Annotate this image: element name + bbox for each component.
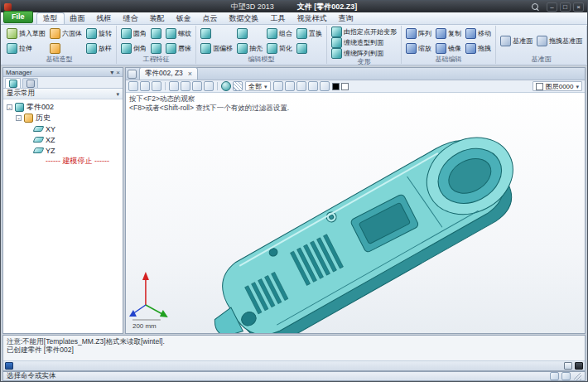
ribbon-tab-9[interactable]: 工具 (265, 13, 292, 24)
simplify-button[interactable]: 简化 (266, 41, 293, 56)
thread-button[interactable]: 螺纹 (165, 27, 192, 41)
pattern-button[interactable]: 阵列 (405, 27, 432, 41)
search-icon[interactable] (531, 2, 540, 12)
display-filter-dropdown[interactable]: 显示常用 (3, 89, 123, 99)
wireframe-display-icon[interactable] (233, 81, 243, 91)
background-icon[interactable] (296, 81, 306, 91)
view-manager-tab[interactable] (22, 78, 38, 88)
zoom-all-icon[interactable] (181, 81, 190, 91)
tree-item-5[interactable]: ------ 建模停止 ------ (3, 156, 123, 167)
trim-button[interactable] (200, 27, 234, 41)
display-mode-icon[interactable] (273, 81, 283, 91)
ribbon-tab-1[interactable]: 造型 (36, 12, 65, 24)
pick-window-icon[interactable] (140, 81, 150, 91)
layer-dropdown[interactable]: 图层0000 (533, 81, 582, 91)
tree-item-4[interactable]: YZ (3, 145, 123, 156)
cylinder-icon (50, 43, 60, 54)
ribbon-tab-7[interactable]: 点云 (197, 13, 224, 24)
color-swatch-0[interactable] (332, 83, 340, 90)
ribbon-tab-2[interactable]: 曲面 (65, 13, 91, 24)
filter-all-dropdown[interactable]: 全部 (245, 81, 271, 91)
revolve-button[interactable]: 旋转 (85, 27, 113, 41)
intersect-icon (296, 43, 307, 54)
minimize-button[interactable] (547, 2, 557, 12)
drag-button[interactable]: 拖拽 (465, 41, 492, 56)
rib-button[interactable] (150, 41, 162, 56)
history-manager-tab[interactable] (5, 78, 21, 88)
viewport[interactable]: 按下<F2>动态的观察 <F8>或者<Shift-roll> 查找下一个有效的过… (126, 93, 585, 333)
status-filter-icon[interactable] (550, 372, 559, 380)
rotate-view-icon[interactable] (204, 81, 214, 91)
ribbon-tab-6[interactable]: 钣金 (171, 13, 197, 24)
hint-line-2: <F8>或者<Shift-roll> 查找下一个有效的过滤器设置. (129, 104, 289, 113)
tree-item-0[interactable]: -零件002 (3, 102, 123, 113)
mirror-button[interactable]: 镜像 (435, 41, 462, 56)
move-button[interactable]: 移动 (465, 27, 492, 41)
document-tab[interactable]: 零件002, Z3 (139, 67, 198, 80)
ribbon-tab-0[interactable]: File (3, 11, 33, 23)
copy-button[interactable]: 复制 (435, 27, 462, 41)
resize-grip[interactable] (574, 373, 581, 380)
tree-item-2[interactable]: XY (3, 123, 123, 134)
plane-icon (32, 126, 44, 132)
ribbon-tab-4[interactable]: 缝合 (118, 13, 144, 24)
tree-item-3[interactable]: XZ (3, 134, 123, 145)
document-area: 零件002, Z3 全部 图层0000 按下<F2>动态的观察 <F8>或者<S… (125, 67, 586, 334)
color-swatch-1[interactable] (341, 83, 349, 90)
intersect-button[interactable] (296, 41, 323, 56)
status-snap-icon[interactable] (561, 372, 571, 380)
shell-button[interactable]: 抽壳 (236, 41, 263, 56)
wrap-to-face-icon (331, 37, 342, 48)
lip-button[interactable]: 唇缘 (165, 41, 192, 56)
chamfer-button[interactable]: 倒角 (120, 41, 147, 56)
pan-icon[interactable] (192, 81, 202, 91)
face-offset-button[interactable]: 面偏移 (200, 41, 234, 56)
deform-point-button[interactable]: 由指定点开始变形 (330, 27, 398, 36)
wrap-array-button[interactable]: 缠绕阵列到面 (330, 48, 398, 58)
rib-icon (151, 43, 161, 54)
pick-icon[interactable] (128, 81, 138, 91)
ribbon-group-label: 基础编辑 (405, 56, 492, 64)
extrude-button[interactable]: 拉伸 (6, 41, 46, 56)
zoom-window-icon[interactable] (169, 81, 179, 91)
box-button[interactable]: 六面体 (49, 27, 83, 41)
document-list-icon[interactable] (128, 70, 137, 79)
ribbon-tab-3[interactable]: 线框 (91, 13, 118, 24)
ribbon-tab-8[interactable]: 数据交换 (224, 13, 265, 24)
tree-expander[interactable]: - (7, 104, 12, 110)
wrap-to-face-button[interactable]: 缠绕造型到面 (330, 37, 398, 47)
pick-chain-icon[interactable] (152, 81, 161, 91)
drag-datum-button[interactable]: 拖拽基准面 (536, 36, 583, 46)
replace-button[interactable]: 置换 (296, 27, 323, 41)
close-button[interactable] (573, 2, 584, 12)
hole-button[interactable] (150, 27, 162, 41)
model-3d-view[interactable]: 200 mm (126, 93, 585, 333)
light-icon[interactable] (320, 81, 330, 91)
grid-icon[interactable] (308, 81, 318, 91)
combine-button[interactable]: 组合 (266, 27, 293, 41)
part-icon (15, 103, 24, 112)
section-view-icon[interactable] (285, 81, 295, 91)
output-line-1: 注意:不能用[Templates_MM.Z3]格式来读取[wintel]. (7, 337, 581, 346)
close-tab-icon[interactable] (188, 70, 192, 78)
tree-expander[interactable]: - (16, 115, 22, 121)
pin-icon[interactable] (110, 69, 113, 76)
scale-button[interactable]: 缩放 (405, 41, 432, 56)
ribbon-tab-10[interactable]: 视觉样式 (292, 13, 333, 24)
fillet-button[interactable]: 圆角 (120, 27, 147, 41)
move-icon (465, 28, 476, 39)
split-button[interactable] (236, 27, 263, 41)
output-close-icon[interactable] (575, 362, 583, 370)
insert-sketch-button[interactable]: 插入草图 (6, 27, 46, 41)
ribbon-tab-11[interactable]: 查询 (333, 13, 359, 24)
maximize-button[interactable] (560, 2, 571, 12)
tree-item-1[interactable]: -历史 (3, 113, 123, 123)
cylinder-button[interactable] (49, 41, 83, 56)
datum-plane-button[interactable]: 基准面 (499, 36, 533, 46)
close-panel-icon[interactable] (116, 69, 120, 76)
command-window-icon[interactable] (5, 362, 13, 370)
output-pin-icon[interactable] (564, 362, 572, 370)
loft-button[interactable]: 放样 (85, 41, 113, 56)
shaded-display-icon[interactable] (221, 81, 231, 91)
ribbon-tab-5[interactable]: 装配 (144, 13, 171, 24)
